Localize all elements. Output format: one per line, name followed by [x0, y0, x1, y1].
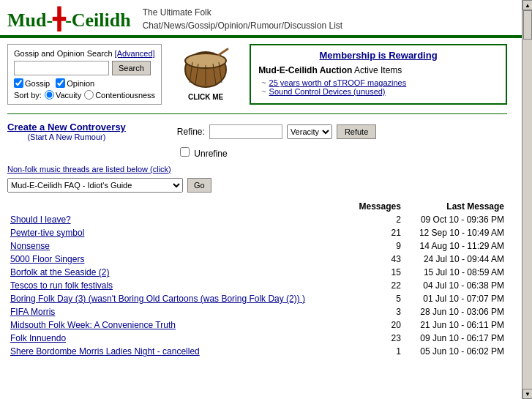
controversy-row: Create a New Controversy (Start A New Ru…: [7, 119, 507, 144]
thread-link[interactable]: Tescos to run folk festivals: [10, 280, 113, 291]
thread-messages: 2: [350, 213, 404, 226]
scrollbar[interactable]: ▲ ▼: [522, 0, 532, 364]
col-last-message: Last Message: [404, 200, 507, 213]
drum-icon: [182, 48, 229, 92]
sort-contentiousness-radio[interactable]: [84, 90, 94, 100]
thread-last-message: 21 Jun 10 - 06:11 PM: [404, 318, 507, 332]
svg-line-7: [219, 49, 228, 55]
threads-body: Should I leave? 2 09 Oct 10 - 09:36 PM P…: [7, 213, 507, 358]
gossip-checkbox-label[interactable]: Gossip: [14, 78, 50, 88]
thread-messages: 22: [350, 279, 404, 292]
scroll-track[interactable]: [522, 10, 532, 364]
create-controversy-link[interactable]: Create a New Controversy: [7, 122, 126, 133]
dropdown-row: Mud-E-Ceilidh FAQ - Idiot's Guide Go: [7, 178, 507, 193]
membership-link[interactable]: Membership is Rewarding: [320, 50, 438, 61]
auction-suffix: Active Items: [354, 65, 402, 75]
thread-link[interactable]: Boring Folk Day (3) (wasn't Boring Old C…: [10, 294, 305, 304]
thread-last-message: 24 Jul 10 - 09:44 AM: [404, 253, 507, 266]
tagline-line2: Chat/News/Gossip/Opinion/Rumour/Discussi…: [143, 19, 342, 32]
thread-messages: 1: [350, 345, 404, 358]
thread-messages: 5: [350, 292, 404, 305]
search-box: Gossip and Opinion Search [Advanced] Sea…: [7, 44, 162, 105]
header: Mud-╋-Ceilidh The Ultimate Folk Chat/New…: [0, 0, 532, 37]
unrefine-row: Unrefine: [180, 147, 507, 159]
sort-vacuity-radio[interactable]: [45, 90, 54, 100]
gossip-checkbox[interactable]: [14, 78, 23, 88]
table-row: Boring Folk Day (3) (wasn't Boring Old C…: [7, 292, 507, 305]
thread-last-message: 12 Sep 10 - 10:49 AM: [404, 226, 507, 239]
thread-title-cell: Shere Bordombe Morris Ladies Night - can…: [7, 345, 350, 358]
logo: Mud-╋-Ceilidh: [7, 7, 131, 31]
thread-link[interactable]: Should I leave?: [10, 215, 71, 225]
thread-link[interactable]: Borfolk at the Seaside (2): [10, 267, 109, 277]
thread-messages: 21: [350, 226, 404, 239]
thread-last-message: 09 Oct 10 - 09:36 PM: [404, 213, 507, 226]
thread-title-cell: Should I leave?: [7, 213, 350, 226]
thread-messages: 20: [350, 318, 404, 332]
top-row: Gossip and Opinion Search [Advanced] Sea…: [7, 44, 507, 105]
search-input-row: Search: [14, 61, 155, 75]
auction-row: Mud-E-Ceilidh Auction Active Items: [258, 65, 498, 75]
thread-last-message: 04 Jul 10 - 06:38 PM: [404, 279, 507, 292]
thread-last-message: 01 Jul 10 - 07:07 PM: [404, 292, 507, 305]
search-options: Gossip Opinion: [14, 78, 155, 88]
thread-title-cell: Folk Innuendo: [7, 332, 350, 345]
membership-box: Membership is Rewarding Mud-E-Ceilidh Au…: [250, 44, 507, 105]
non-folk-link[interactable]: Non-folk music threads are listed below …: [7, 165, 171, 174]
unrefine-checkbox[interactable]: [180, 147, 190, 157]
thread-link[interactable]: Midsouth Folk Week: A Convenience Truth: [10, 320, 176, 330]
auction-item-2-link[interactable]: Sound Control Devices (unused): [269, 87, 386, 96]
auction-item-2: ~Sound Control Devices (unused): [261, 87, 498, 96]
opinion-checkbox-label[interactable]: Opinion: [56, 78, 94, 88]
table-row: Midsouth Folk Week: A Convenience Truth …: [7, 318, 507, 332]
thread-messages: 3: [350, 305, 404, 318]
thread-last-message: 15 Jul 10 - 08:59 AM: [404, 266, 507, 279]
thread-link[interactable]: 5000 Floor Singers: [10, 254, 84, 264]
table-row: 5000 Floor Singers 43 24 Jul 10 - 09:44 …: [7, 253, 507, 266]
membership-title: Membership is Rewarding: [258, 50, 498, 61]
refine-input[interactable]: [209, 124, 282, 139]
main-content: Gossip and Opinion Search [Advanced] Sea…: [0, 38, 522, 364]
thread-link[interactable]: Shere Bordombe Morris Ladies Night - can…: [10, 346, 200, 357]
drum-area[interactable]: CLICK ME: [176, 44, 235, 105]
table-row: Borfolk at the Seaside (2) 15 15 Jul 10 …: [7, 266, 507, 279]
thread-title-cell: 5000 Floor Singers: [7, 253, 350, 266]
thread-title-cell: FIFA Morris: [7, 305, 350, 318]
thread-link[interactable]: Folk Innuendo: [10, 333, 66, 343]
col-messages: Messages: [350, 200, 404, 213]
auction-item-1-link[interactable]: 25 years worth of sTROOF magazines: [269, 78, 407, 87]
unrefine-label[interactable]: Unrefine: [180, 149, 228, 159]
thread-last-message: 09 Jun 10 - 06:17 PM: [404, 332, 507, 345]
table-row: FIFA Morris 3 28 Jun 10 - 03:06 PM: [7, 305, 507, 318]
threads-table: Messages Last Message Should I leave? 2 …: [7, 200, 507, 358]
thread-messages: 23: [350, 332, 404, 345]
sort-vacuity-label[interactable]: Vacuity: [45, 90, 81, 100]
scroll-up-button[interactable]: ▲: [522, 0, 532, 10]
refute-button[interactable]: Refute: [337, 124, 376, 139]
auction-item-1: ~25 years worth of sTROOF magazines: [261, 78, 498, 87]
table-row: Should I leave? 2 09 Oct 10 - 09:36 PM: [7, 213, 507, 226]
search-input[interactable]: [14, 61, 109, 75]
thread-messages: 9: [350, 239, 404, 253]
advanced-search-link[interactable]: [Advanced]: [115, 49, 155, 58]
search-button[interactable]: Search: [112, 61, 151, 75]
table-row: Nonsense 9 14 Aug 10 - 11:29 AM: [7, 239, 507, 253]
scroll-thumb[interactable]: [523, 10, 532, 40]
thread-link[interactable]: Pewter-tive symbol: [10, 228, 84, 238]
thread-last-message: 05 Jun 10 - 06:02 PM: [404, 345, 507, 358]
thread-title-cell: Tescos to run folk festivals: [7, 279, 350, 292]
sort-contentiousness-label[interactable]: Contentiousness: [84, 90, 155, 100]
refine-label: Refine:: [177, 127, 205, 137]
opinion-checkbox[interactable]: [56, 78, 65, 88]
veracity-select[interactable]: Veracity: [287, 124, 332, 139]
go-button[interactable]: Go: [187, 178, 211, 193]
inner-divider: [7, 113, 507, 114]
thread-title-cell: Pewter-tive symbol: [7, 226, 350, 239]
thread-messages: 15: [350, 266, 404, 279]
thread-dropdown[interactable]: Mud-E-Ceilidh FAQ - Idiot's Guide: [7, 178, 183, 193]
thread-link[interactable]: Nonsense: [10, 241, 50, 251]
auction-label: Mud-E-Ceilidh Auction: [258, 65, 352, 75]
thread-title-cell: Boring Folk Day (3) (wasn't Boring Old C…: [7, 292, 350, 305]
table-row: Folk Innuendo 23 09 Jun 10 - 06:17 PM: [7, 332, 507, 345]
thread-link[interactable]: FIFA Morris: [10, 307, 55, 317]
